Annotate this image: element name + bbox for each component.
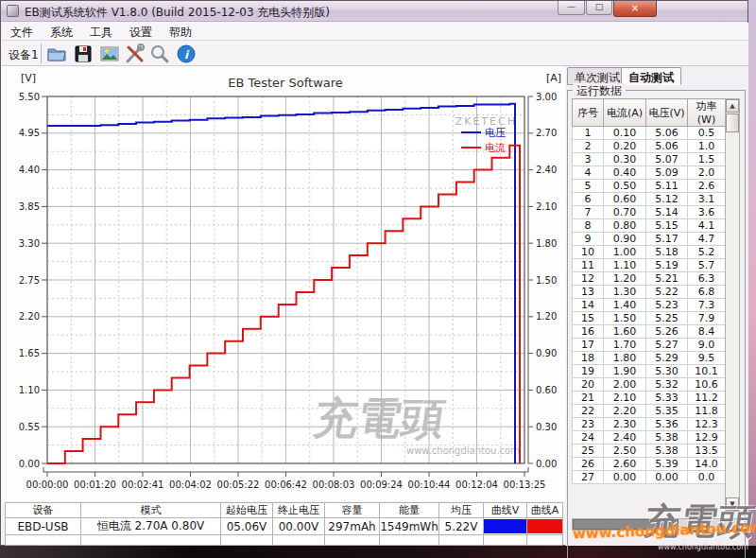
run-table-row[interactable]: 90.905.174.7 [573,233,726,246]
menu-item-4[interactable]: 帮助 [161,23,200,41]
run-table-cell: 11.8 [688,405,726,418]
run-col-header[interactable]: 电压(V) [646,99,688,127]
tools-icon[interactable] [125,44,146,64]
svg-text:1.50: 1.50 [536,275,557,286]
run-table-row[interactable]: 171.705.279.0 [573,339,726,352]
run-table-cell: 1.80 [604,352,646,365]
scroll-down-button[interactable]: ▼ [726,497,739,511]
summary-header-row: 设备 模式 起始电压 终止电压 容量 能量 均压 曲线V 曲线A [6,503,563,518]
run-table-row[interactable]: 202.005.3210.6 [573,378,726,392]
menu-item-0[interactable]: 文件 [2,23,42,41]
device-tab-label[interactable]: 设备1 [9,47,39,63]
horizontal-scrollbar[interactable] [572,518,740,531]
run-table-row[interactable]: 50.505.112.6 [573,180,726,193]
chart-panel: 充電頭www.chongdiantou.comZKETECHEB Tester … [2,66,565,501]
summary-data-row[interactable]: EBD-USB 恒电流 2.70A 0.80V 05.06V 00.00V 29… [6,518,563,535]
svg-text:电流: 电流 [485,142,506,154]
minimize-button[interactable]: — [558,1,585,15]
run-table-cell: 0.40 [604,166,646,180]
curve-a-cell[interactable] [527,518,563,535]
app-icon [7,5,19,17]
run-table-row[interactable]: 20.205.061.0 [573,140,726,153]
run-table-cell: 12.9 [688,431,726,445]
run-table-row[interactable]: 212.105.3311.2 [573,392,726,405]
run-table-cell: 5.07 [646,153,688,166]
run-table-cell: 20 [573,378,604,392]
run-table-row[interactable]: 222.205.3511.8 [573,405,726,418]
run-table-row[interactable]: 30.305.071.5 [573,153,726,166]
col-device: 设备 [6,503,81,518]
run-col-header[interactable]: 序号 [573,99,604,127]
vertical-scrollbar[interactable]: ▲ ▼ [725,98,740,512]
run-table-row[interactable]: 181.805.299.5 [573,352,726,365]
run-table-row[interactable]: 131.305.226.8 [573,286,726,299]
run-table-row[interactable]: 161.605.268.4 [573,325,726,339]
run-table-row[interactable]: 70.705.143.6 [573,206,726,219]
tab-auto-test[interactable]: 自动测试 [621,67,681,85]
run-table-cell: 5.27 [646,339,688,352]
horizontal-scrollbar-thumb[interactable] [573,519,679,530]
run-table-row[interactable]: 40.405.092.0 [573,166,726,180]
capacity-value: 297mAh [325,518,380,535]
svg-text:电压: 电压 [485,127,506,139]
save-icon[interactable] [73,44,94,64]
run-table-cell: 13.5 [688,445,726,458]
scrollbar-thumb[interactable] [726,113,739,132]
run-table-header-row: 序号电流(A)电压(V)功率(W) [573,99,726,127]
run-data-table: 序号电流(A)电压(V)功率(W) 10.105.060.520.205.061… [572,98,726,484]
run-table-cell: 2.6 [688,180,726,193]
run-col-header[interactable]: 电流(A) [604,99,646,127]
run-table-row[interactable]: 101.005.185.2 [573,246,726,259]
menu-item-1[interactable]: 系统 [42,23,81,41]
screen: EB测试系统软件 V1.8.0 (Build 2015-12-03 充电头特别版… [0,0,756,558]
run-table-row[interactable]: 60.605.123.1 [573,193,726,206]
svg-text:0.00: 0.00 [19,459,40,469]
run-table-cell: 2.0 [688,166,726,180]
export-image-icon[interactable] [99,44,120,64]
run-table-cell: 12 [573,272,604,286]
run-table-row[interactable]: 262.605.3914.0 [573,458,726,471]
run-table-row[interactable]: 121.205.216.3 [573,272,726,286]
run-table-row[interactable]: 232.305.3612.3 [573,418,726,431]
run-table-row[interactable]: 270.000.000.0 [573,471,726,484]
menu-item-2[interactable]: 工具 [81,23,121,41]
search-icon[interactable] [149,44,170,64]
svg-text:00:04:02: 00:04:02 [169,480,212,490]
run-table-cell: 8 [573,219,604,233]
run-table-row[interactable]: 10.105.060.5 [573,127,726,140]
run-table-cell: 5 [573,180,604,193]
run-table-row[interactable]: 252.505.3813.5 [573,445,726,458]
run-table-row[interactable]: 151.505.257.9 [573,312,726,325]
svg-text:[A]: [A] [546,72,561,84]
run-table-cell: 14.0 [688,458,726,471]
menu-item-3[interactable]: 设置 [121,23,161,41]
run-table-cell: 3 [573,153,604,166]
svg-text:www.chongdiantou.com: www.chongdiantou.com [406,445,520,456]
run-table-cell: 0.10 [604,127,646,140]
run-table-cell: 4 [573,166,604,180]
run-table-cell: 1.60 [604,325,646,339]
run-table-row[interactable]: 191.905.3010.1 [573,365,726,378]
run-table-cell: 7.9 [688,312,726,325]
run-data-group-title: 运行数据 [573,83,626,99]
close-button[interactable]: × [613,1,657,17]
svg-text:3.30: 3.30 [19,238,40,249]
open-folder-icon[interactable] [46,44,67,64]
maximize-button[interactable]: □ [586,1,612,15]
run-table-row[interactable]: 80.805.154.1 [573,219,726,233]
curve-v-cell[interactable] [484,518,527,535]
run-col-header[interactable]: 功率(W) [688,99,726,127]
run-table-cell: 5.33 [646,392,688,405]
svg-text:00:05:22: 00:05:22 [217,480,260,490]
info-icon[interactable]: i [176,44,197,64]
run-table-cell: 2.60 [604,458,646,471]
run-table-cell: 5.17 [646,233,688,246]
run-table-cell: 1.0 [688,140,726,153]
run-table-cell: 11.2 [688,392,726,405]
run-table-row[interactable]: 141.405.237.3 [573,299,726,312]
run-table-cell: 1.00 [604,246,646,259]
run-table-cell: 0.70 [604,206,646,219]
run-table-row[interactable]: 111.105.195.7 [573,259,726,272]
run-table-row[interactable]: 242.405.3812.9 [573,431,726,445]
scroll-up-button[interactable]: ▲ [726,99,739,113]
